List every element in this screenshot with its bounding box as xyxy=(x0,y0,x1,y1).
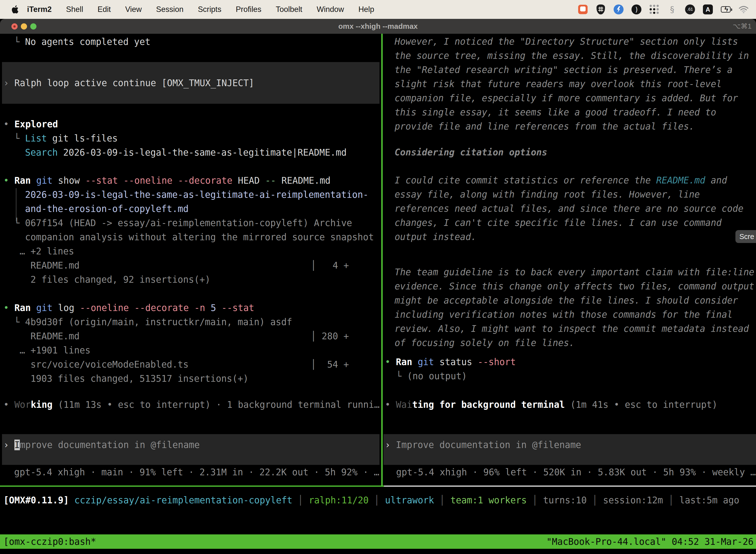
pane-bottom-border-active xyxy=(0,486,384,487)
terminal-line: … +2 lines xyxy=(19,244,74,258)
menu-item-session[interactable]: Session xyxy=(149,5,190,14)
terminal-line: The team guideline is to back every impo… xyxy=(395,265,754,279)
prompt-input-left[interactable]: › Improve documentation in @filename xyxy=(3,438,200,452)
terminal-line: of focusing solely on file lines. xyxy=(395,336,574,350)
menu-item-help[interactable]: Help xyxy=(351,5,381,14)
terminal-line: [OMX#0.11.9] cczip/essay/ai-reimplementa… xyxy=(3,493,739,507)
waiting-status-line: • Waiting for background terminal (1m 41… xyxy=(385,398,717,412)
terminal-line: the "Related research writing" section i… xyxy=(395,63,733,77)
terminal-line: companion file, especially if more comme… xyxy=(395,91,738,105)
letter-a-icon[interactable]: A xyxy=(703,4,713,14)
menubar-status-icons: ) § .61 A xyxy=(578,4,756,14)
terminal-line: └ 4b9d30f (origin/main, instructkr/main,… xyxy=(14,315,292,329)
screen-share-overlay-label: Scre xyxy=(739,230,754,244)
shield-icon[interactable] xyxy=(596,4,606,14)
terminal-line: the source tree, missing the essay. Stil… xyxy=(395,49,749,63)
terminal-line: provide file and line references from th… xyxy=(395,119,694,133)
terminal-line: └ List git ls-files xyxy=(14,131,118,146)
tmux-host-clock: "MacBook-Pro-44.local" 04:52 31-Mar-26 xyxy=(547,535,754,549)
chat-icon[interactable] xyxy=(578,4,588,14)
badge-61-icon[interactable]: .61 xyxy=(685,4,695,14)
terminal-line: slight risk that future readers may over… xyxy=(395,77,722,91)
menu-item-scripts[interactable]: Scripts xyxy=(191,5,229,14)
terminal-line: README.md│ 280 + xyxy=(30,329,80,343)
terminal-line: README.md│ 4 + xyxy=(30,258,80,273)
tmux-session-label: [omx-cczip0:bash* xyxy=(3,535,96,549)
battery-icon[interactable] xyxy=(721,4,731,14)
menu-item-iterm2[interactable]: iTerm2 xyxy=(20,5,59,14)
thinking-heading: Considering citation options xyxy=(395,145,547,159)
menubar: iTerm2 Shell Edit View Session Scripts P… xyxy=(0,0,756,19)
terminal-line: review. Also, I might want to inspect th… xyxy=(395,322,749,336)
terminal-line: However, I noticed the "Directory Struct… xyxy=(395,35,738,49)
terminal-line: and-the-erosion-of-copyleft.md xyxy=(25,202,189,216)
injected-prompt-line: › Ralph loop active continue [OMX_TMUX_I… xyxy=(3,76,254,90)
terminal-line: • Ran git log --oneline --decorate -n 5 … xyxy=(3,301,254,315)
right-pane[interactable]: However, I noticed the "Directory Struct… xyxy=(383,34,756,554)
squiggle-icon[interactable]: § xyxy=(667,4,677,14)
terminal-line: src/voice/voiceModeEnabled.ts│ 54 + xyxy=(30,357,189,372)
terminal-line: references need actual files, and since … xyxy=(395,202,743,216)
apple-menu-icon[interactable] xyxy=(11,4,20,14)
terminal-line: including verification notes with those … xyxy=(395,308,733,322)
terminal-line: 1903 files changed, 513517 insertions(+) xyxy=(30,372,249,386)
model-status-left: gpt-5.4 xhigh · main · 91% left · 2.31M … xyxy=(14,465,379,479)
terminal-line: companion analysis without altering the … xyxy=(25,230,374,244)
terminal: └ No agents completed yet› Ralph loop ac… xyxy=(0,34,756,554)
terminal-line: changes, I can't cite specific file line… xyxy=(395,216,722,230)
pane-bottom-border-inactive xyxy=(384,486,756,487)
screen-share-overlay-button[interactable]: Scre xyxy=(736,230,756,243)
terminal-line: • Ran git show --stat --oneline --decora… xyxy=(3,173,331,188)
terminal-line: 2 files changed, 92 insertions(+) xyxy=(30,273,210,287)
terminal-line: evidence. Since this change only affects… xyxy=(395,279,754,293)
menu-item-shell[interactable]: Shell xyxy=(59,5,90,14)
tmux-status-bar: [omx-cczip0:bash* "MacBook-Pro-44.local"… xyxy=(0,535,756,549)
terminal-line: • Ran git status --short xyxy=(385,355,516,369)
menu-item-edit[interactable]: Edit xyxy=(90,5,118,14)
terminal-line: └ (no output) xyxy=(396,369,467,383)
apple-logo xyxy=(11,5,19,14)
terminal-line: might be acceptable alongside the file l… xyxy=(395,293,738,308)
terminal-line: output instead. xyxy=(395,230,477,244)
dots-grid-icon[interactable] xyxy=(649,4,659,14)
dark-disc-icon[interactable]: ) xyxy=(631,4,641,14)
terminal-line: Search 2026-03-09-is-legal-the-same-as-l… xyxy=(25,146,347,160)
menu-item-view[interactable]: View xyxy=(118,5,149,14)
menu-item-profiles[interactable]: Profiles xyxy=(229,5,268,14)
working-status-line: • Working (11m 13s • esc to interrupt) ·… xyxy=(3,398,379,412)
terminal-line: this single essay, it seems like a good … xyxy=(395,105,716,119)
blue-bolt-icon[interactable] xyxy=(614,4,624,14)
terminal-line: └ 067f154 (HEAD -> essay/ai-reimplementa… xyxy=(14,216,352,230)
terminal-line: … +1901 lines xyxy=(19,343,90,357)
left-pane[interactable]: └ No agents completed yet› Ralph loop ac… xyxy=(0,34,381,554)
window-shortcut: ⌥⌘1 xyxy=(733,19,752,34)
model-status-right: gpt-5.4 xhigh · 96% left · 520K in · 5.8… xyxy=(396,465,756,479)
pane-divider[interactable] xyxy=(381,34,383,487)
window-title: omx --xhigh --madmax xyxy=(0,19,756,34)
terminal-line: essay file, along with finding root file… xyxy=(395,187,700,202)
wifi-icon[interactable] xyxy=(739,4,749,14)
terminal-line: • Explored xyxy=(3,117,58,131)
terminal-line: └ No agents completed yet xyxy=(14,35,150,49)
terminal-line: 2026-03-09-is-legal-the-same-as-legitima… xyxy=(25,188,368,202)
menu-item-toolbelt[interactable]: Toolbelt xyxy=(269,5,310,14)
menu-item-window[interactable]: Window xyxy=(310,5,351,14)
terminal-line: I could cite commit statistics or refere… xyxy=(395,173,727,187)
prompt-input-right[interactable]: › Improve documentation in @filename xyxy=(385,438,581,452)
